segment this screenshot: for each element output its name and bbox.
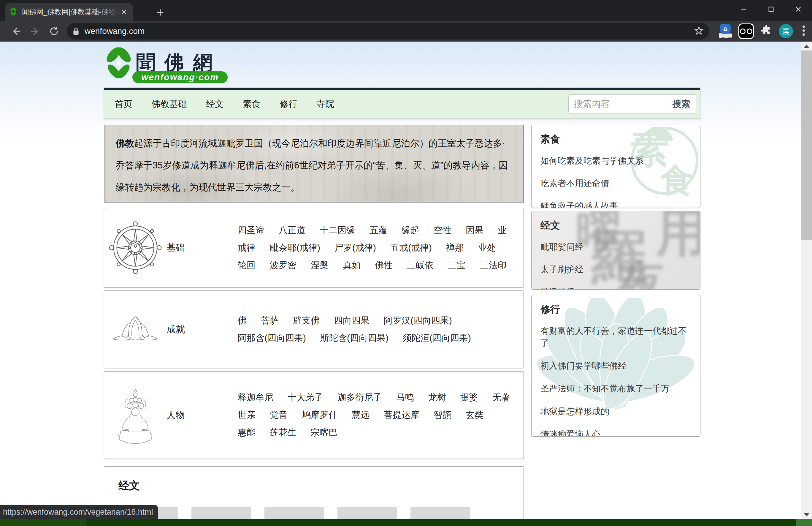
nav-item[interactable]: 寺院	[316, 98, 334, 110]
address-bar[interactable]: wenfowang.com	[67, 23, 709, 40]
new-tab-button[interactable]	[154, 6, 166, 18]
topic-link[interactable]: 业处	[478, 242, 496, 254]
sidebar-link[interactable]: 毗耶娑问经	[540, 241, 691, 253]
topic-link[interactable]: 涅槃	[311, 259, 329, 271]
topic-link[interactable]: 须陀洹(四向四果)	[403, 332, 471, 344]
amazon-extension-icon[interactable]: a	[719, 24, 732, 39]
extension-area: a 震	[719, 22, 808, 40]
tab-title: 闻佛网_佛教网|佛教基础-佛经-念	[22, 7, 119, 17]
topic-link[interactable]: 鸠摩罗什	[302, 409, 337, 421]
topic-link[interactable]: 三法印	[480, 259, 507, 271]
browser-window: 闻佛网_佛教网|佛教基础-佛经-念	[0, 0, 812, 526]
topic-link[interactable]: 佛	[238, 314, 247, 327]
nav-menu: 首页佛教基础经文素食修行寺院	[115, 98, 334, 110]
topic-link[interactable]: 佛性	[375, 259, 393, 271]
topic-link[interactable]: 五戒(戒律)	[390, 242, 432, 254]
topic-link[interactable]: 迦多衍尼子	[337, 392, 382, 404]
topic-link[interactable]: 宗喀巴	[311, 427, 337, 439]
sidebar-link[interactable]: 情迷痴爱恼人心	[540, 429, 691, 437]
topic-link[interactable]: 阿那含(四向四果)	[238, 332, 306, 344]
topic-link[interactable]: 菩萨	[261, 314, 279, 327]
sidebar-link[interactable]: 有财富的人不行善，家道连一代都过不了	[540, 325, 691, 349]
topic-link[interactable]: 业	[498, 224, 507, 237]
sidebar-link[interactable]: 佛遗教经	[540, 286, 691, 289]
sidebar-link[interactable]: 太子刷护经	[540, 264, 691, 275]
sidebar-link[interactable]: 吃素者不用还命债	[540, 177, 691, 189]
nav-item[interactable]: 素食	[243, 98, 261, 110]
topic-link[interactable]: 八正道	[279, 224, 305, 237]
topic-link[interactable]: 觉音	[270, 409, 288, 421]
topic-link[interactable]: 龙树	[428, 392, 446, 404]
search-button[interactable]: 搜索	[671, 98, 696, 110]
extensions-puzzle-icon[interactable]	[760, 25, 772, 38]
site-logo[interactable]: 聞佛網 wenfowang·com	[104, 45, 311, 84]
vertical-scrollbar[interactable]	[801, 42, 812, 519]
nav-item[interactable]: 佛教基础	[151, 98, 187, 110]
topic-link[interactable]: 十二因缘	[320, 224, 355, 237]
search-input[interactable]	[569, 99, 671, 109]
topic-link[interactable]: 缘起	[402, 224, 419, 237]
window-close-button[interactable]	[785, 0, 812, 18]
topic-link[interactable]: 菩提达摩	[384, 409, 419, 421]
topic-link[interactable]: 阿罗汉(四向四果)	[384, 314, 452, 327]
topic-link[interactable]: 因果	[466, 224, 483, 237]
nav-item[interactable]: 首页	[115, 98, 132, 110]
forward-button[interactable]	[26, 23, 44, 40]
topic-link[interactable]: 斯陀含(四向四果)	[320, 332, 389, 344]
scroll-up-arrow-icon[interactable]	[801, 42, 812, 51]
topic-link[interactable]: 波罗密	[270, 259, 296, 271]
topic-link[interactable]: 无著	[492, 392, 510, 404]
tab-close-icon[interactable]	[119, 7, 129, 17]
scrollbar-thumb[interactable]	[801, 51, 812, 240]
topic-link[interactable]: 毗奈耶(戒律)	[270, 242, 320, 254]
topic-link[interactable]: 真如	[343, 259, 361, 271]
url-text: wenfowang.com	[85, 26, 694, 36]
topic-link[interactable]: 禅那	[446, 242, 464, 254]
topic-link[interactable]: 空性	[434, 224, 451, 237]
scroll-down-arrow-icon[interactable]	[801, 510, 812, 519]
clover-logo-icon	[104, 45, 133, 83]
back-button[interactable]	[6, 23, 26, 40]
topic-link[interactable]: 玄奘	[466, 409, 483, 421]
dual-circle-extension-icon[interactable]	[738, 24, 754, 39]
topic-link[interactable]: 三宝	[448, 259, 466, 271]
topic-link[interactable]: 惠能	[238, 427, 256, 439]
topic-link[interactable]: 轮回	[238, 259, 256, 271]
topic-link[interactable]: 戒律	[238, 242, 256, 254]
search-box: 搜索	[568, 95, 696, 113]
topic-link[interactable]: 世亲	[238, 409, 256, 421]
nav-item[interactable]: 经文	[206, 98, 224, 110]
topic-link[interactable]: 莲花生	[270, 427, 296, 439]
window-minimize-button[interactable]	[730, 0, 757, 18]
topic-link[interactable]: 释迦牟尼	[238, 392, 273, 404]
topic-link[interactable]: 马鸣	[396, 392, 414, 404]
sidebar-title-vegetarian: 素食	[540, 133, 691, 146]
topic-link[interactable]: 五蕴	[369, 224, 387, 237]
site-favicon-icon	[9, 7, 18, 17]
sidebar-scriptures: 曜 羅 用 夜 经文 毗耶娑问经太子刷护经佛遗教经	[531, 211, 700, 289]
sidebar-link[interactable]: 圣严法师：不知不觉布施了一千万	[540, 383, 691, 395]
nav-item[interactable]: 修行	[279, 98, 298, 110]
intro-paragraph: 佛教起源于古印度河流域迦毗罗卫国（现今尼泊尔和印度边界间靠近尼泊尔）的王室太子悉…	[104, 125, 524, 202]
topic-link[interactable]: 尸罗(戒律)	[334, 242, 376, 254]
profile-avatar[interactable]: 震	[779, 24, 793, 38]
topic-link[interactable]: 提婆	[460, 392, 478, 404]
scripture-section-title: 经文	[118, 479, 515, 493]
topic-link[interactable]: 四向四果	[334, 314, 369, 327]
topic-link[interactable]: 四圣谛	[238, 224, 264, 237]
window-maximize-button[interactable]	[757, 0, 785, 18]
topic-link[interactable]: 十大弟子	[288, 392, 323, 404]
sidebar-link[interactable]: 地狱是怎样形成的	[540, 406, 691, 417]
sidebar-link[interactable]: 鲤鱼救子的感人故事	[540, 200, 691, 208]
reload-button[interactable]	[44, 23, 63, 40]
topic-link[interactable]: 三皈依	[407, 259, 434, 271]
topic-link[interactable]: 慧远	[352, 409, 369, 421]
bookmark-star-icon[interactable]	[694, 26, 704, 37]
dharma-wheel-icon	[104, 218, 166, 277]
topic-link[interactable]: 辟支佛	[293, 314, 320, 327]
topic-link[interactable]: 智顗	[434, 409, 451, 421]
sidebar-link[interactable]: 如何吃素及吃素与学佛关系	[540, 155, 691, 167]
menu-kebab-icon[interactable]	[799, 25, 808, 38]
browser-tab[interactable]: 闻佛网_佛教网|佛教基础-佛经-念	[5, 3, 133, 21]
sidebar-link[interactable]: 初入佛门要学哪些佛经	[540, 360, 691, 372]
